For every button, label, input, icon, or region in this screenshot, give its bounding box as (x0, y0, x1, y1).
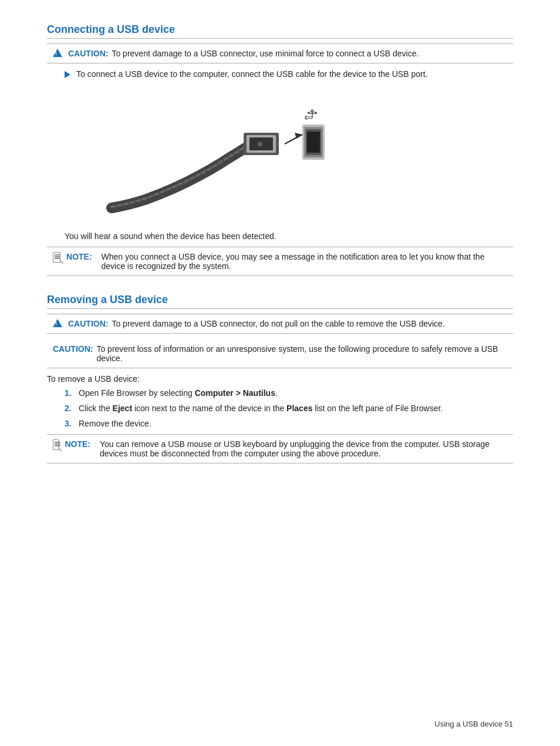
section1-bullet1: To connect a USB device to the computer,… (65, 69, 513, 79)
section2: Removing a USB device CAUTION: To preven… (47, 294, 513, 463)
usb-image: ⊕ ⇐ (94, 90, 329, 220)
section1-caution1: CAUTION: To prevent damage to a USB conn… (47, 43, 513, 63)
usb-illustration-area: ⊕ ⇐ (94, 90, 513, 220)
step1-num: 1. (65, 388, 79, 398)
section1-bullet1-text: To connect a USB device to the computer,… (76, 69, 427, 79)
section2-steps: 1. Open File Browser by selecting Comput… (65, 388, 513, 428)
section2-note: NOTE: You can remove a USB mouse or USB … (47, 434, 513, 463)
note2-text: You can remove a USB mouse or USB keyboa… (100, 439, 507, 458)
step1-bold: Computer > Nautilus (195, 388, 275, 398)
step2-num: 2. (65, 404, 79, 413)
step2: 2. Click the Eject icon next to the name… (65, 404, 513, 413)
section1-heading: Connecting a USB device (47, 23, 513, 39)
step1-text: Open File Browser by selecting Computer … (79, 388, 278, 398)
svg-point-13 (308, 112, 310, 114)
section2-heading: Removing a USB device (47, 294, 513, 309)
step2-eject-bold: Eject (113, 404, 132, 413)
step3: 3. Remove the device. (65, 419, 513, 428)
page-footer: Using a USB device 51 (434, 720, 513, 728)
svg-text:⊕: ⊕ (257, 140, 263, 148)
svg-point-14 (315, 112, 317, 114)
caution3-label: CAUTION: (53, 344, 93, 354)
section2-caution2-text: To prevent loss of information or an unr… (96, 344, 507, 363)
note2-label: NOTE: (65, 439, 90, 449)
sound-text: You will hear a sound when the device ha… (65, 231, 513, 241)
step1: 1. Open File Browser by selecting Comput… (65, 388, 513, 398)
note1-text: When you connect a USB device, you may s… (101, 252, 507, 271)
caution2-label: CAUTION: (68, 319, 108, 328)
caution1-label: CAUTION: (68, 49, 108, 58)
caution1-text: To prevent damage to a USB connector, us… (112, 49, 419, 58)
step2-text: Click the Eject icon next to the name of… (79, 404, 443, 413)
bullet-triangle-icon (65, 71, 70, 78)
note2-page-icon (53, 439, 59, 450)
section1-note1: NOTE: When you connect a USB device, you… (47, 247, 513, 276)
footer-text: Using a USB device 51 (434, 720, 513, 728)
caution2-triangle-icon (53, 319, 62, 327)
section2-intro: To remove a USB device: (47, 374, 513, 384)
section2-caution1: CAUTION: To prevent damage to a USB conn… (47, 314, 513, 334)
step2-places-bold: Places (286, 404, 312, 413)
svg-rect-9 (307, 132, 320, 153)
caution-triangle-icon (53, 49, 62, 57)
step3-num: 3. (65, 419, 79, 428)
section2-caution2: CAUTION: To prevent loss of information … (47, 340, 513, 368)
note1-label: NOTE: (66, 252, 92, 261)
note-page-icon (53, 252, 60, 263)
section2-caution1-text: To prevent damage to a USB connector, do… (112, 319, 444, 328)
step3-text: Remove the device. (79, 419, 151, 428)
